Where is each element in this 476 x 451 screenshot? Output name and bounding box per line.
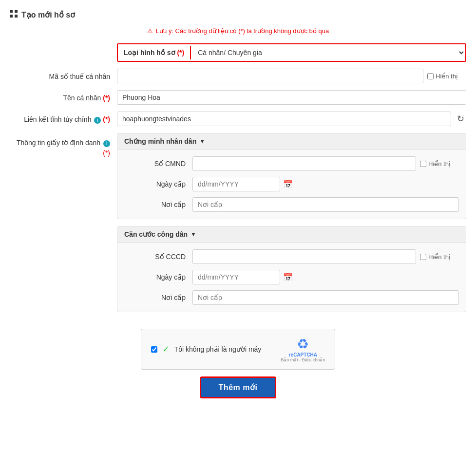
lien-ket-row: Liên kết tĩnh tùy chỉnh i (*) ↻ [10,112,466,126]
cmnd-ngay-cap-label: Ngày cấp [124,180,192,188]
cccd-ngay-cap-field: 📅 [192,270,459,284]
lien-ket-info-icon[interactable]: i [94,117,101,124]
lien-ket-field: ↻ [117,112,466,126]
svg-rect-3 [15,15,18,18]
submit-button[interactable]: Thêm mới [200,376,277,398]
loai-hinh-select[interactable]: Cá nhân/ Chuyên gia Tổ chức/ Doanh nghiệ… [191,44,465,61]
lien-ket-label: Liên kết tĩnh tùy chỉnh i (*) [10,112,117,125]
form-section: Loại hình hồ sơ (*) Cá nhân/ Chuyên gia … [10,43,466,319]
so-cmnd-label: Số CMND [124,160,192,168]
thong-tin-row: Thông tin giấy tờ định danh i (*) Chứng … [10,133,466,319]
so-cmnd-row: Số CMND Hiển thị [124,156,459,171]
so-cmnd-checkbox[interactable] [420,161,426,167]
cccd-chevron-icon: ▼ [190,231,196,238]
so-cmnd-wrap: Hiển thị [192,156,459,171]
captcha-box: ✓ Tôi không phải là người máy ♻ reCAPTCH… [141,329,336,370]
cmnd-calendar-icon[interactable]: 📅 [283,180,293,189]
thong-tin-field: Chứng minh nhân dân ▼ Số CMND [117,133,466,319]
cccd-noi-cap-row: Nơi cấp [124,290,459,305]
thong-tin-info-icon[interactable]: i [103,140,110,147]
submit-section: Thêm mới [10,376,466,398]
recaptcha-logo: ♻ reCAPTCHA Bảo mật - Điều khoản [281,336,325,362]
cccd-header[interactable]: Căn cước công dân ▼ [117,226,466,243]
captcha-section: ✓ Tôi không phải là người máy ♻ reCAPTCH… [10,329,466,370]
svg-rect-0 [10,10,13,13]
cmnd-ngay-cap-field: 📅 [192,177,459,191]
so-cmnd-field: Hiển thị [192,156,459,171]
ma-so-thue-input[interactable] [117,69,423,83]
cmnd-ngay-cap-row: Ngày cấp 📅 [124,177,459,191]
cmnd-header[interactable]: Chứng minh nhân dân ▼ [117,133,466,150]
so-cmnd-input[interactable] [192,156,416,171]
ma-so-thue-show-label[interactable]: Hiển thị [427,73,466,80]
warning-bar: ⚠ Lưu ý: Các trường dữ liệu có (*) là tr… [10,27,466,35]
cmnd-noi-cap-label: Nơi cấp [124,201,192,208]
refresh-button[interactable]: ↻ [455,112,466,126]
so-cccd-row: Số CCCD Hiển thị [124,249,459,264]
page-wrapper: Tạo mới hồ sơ ⚠ Lưu ý: Các trường dữ liệ… [0,0,476,451]
cmnd-body: Số CMND Hiển thị [117,150,466,219]
captcha-checkbox[interactable] [151,346,157,353]
ma-so-thue-wrap: Hiển thị [117,69,466,83]
cmnd-noi-cap-row: Nơi cấp [124,197,459,212]
lien-ket-wrap: ↻ [117,112,466,126]
so-cccd-field: Hiển thị [192,249,459,264]
so-cccd-wrap: Hiển thị [192,249,459,264]
cmnd-section: Chứng minh nhân dân ▼ Số CMND [117,133,466,219]
so-cccd-show-label[interactable]: Hiển thị [420,253,459,261]
so-cccd-input[interactable] [192,249,416,264]
cccd-noi-cap-field [192,290,459,305]
cccd-section: Căn cước công dân ▼ Số CCCD [117,226,466,312]
cccd-date-wrap: 📅 [192,270,459,284]
captcha-check: ✓ Tôi không phải là người máy [151,344,262,355]
ma-so-thue-field: Hiển thị [117,69,466,83]
loai-hinh-label-box: Loại hình hồ sơ (*) [118,46,191,59]
cmnd-chevron-icon: ▼ [199,138,205,145]
cccd-noi-cap-input[interactable] [192,290,459,305]
cccd-calendar-icon[interactable]: 📅 [283,273,293,282]
so-cmnd-show-label[interactable]: Hiển thị [420,160,459,168]
svg-rect-2 [10,15,13,18]
svg-rect-1 [15,10,18,13]
so-cccd-checkbox[interactable] [420,254,426,260]
lien-ket-input[interactable] [117,112,451,126]
cmnd-noi-cap-input[interactable] [192,197,459,212]
cmnd-date-wrap: 📅 [192,177,459,191]
cmnd-date-input[interactable] [192,177,280,191]
loai-hinh-wrapper: Loại hình hồ sơ (*) Cá nhân/ Chuyên gia … [117,43,466,62]
ten-ca-nhan-input[interactable] [117,90,466,105]
ten-ca-nhan-label: Tên cá nhân (*) [10,90,117,103]
cccd-body: Số CCCD Hiển thị [117,243,466,312]
recaptcha-icon: ♻ [297,336,309,352]
ten-ca-nhan-row: Tên cá nhân (*) [10,90,466,105]
loai-hinh-row: Loại hình hồ sơ (*) Cá nhân/ Chuyên gia … [10,43,466,62]
cmnd-noi-cap-field [192,197,459,212]
page-title: Tạo mới hồ sơ [10,10,466,19]
ten-ca-nhan-field [117,90,466,105]
so-cccd-label: Số CCCD [124,253,192,261]
captcha-check-icon: ✓ [162,344,170,355]
warning-icon: ⚠ [147,27,153,35]
cccd-date-input[interactable] [192,270,280,284]
ma-so-thue-row: Mã số thuế cá nhân Hiển thị [10,69,466,83]
cccd-ngay-cap-row: Ngày cấp 📅 [124,270,459,284]
cccd-ngay-cap-label: Ngày cấp [124,273,192,281]
thong-tin-label: Thông tin giấy tờ định danh i (*) [10,133,117,158]
ma-so-thue-checkbox[interactable] [427,73,434,79]
ma-so-thue-label: Mã số thuế cá nhân [10,69,117,82]
grid-icon [10,10,18,19]
cccd-noi-cap-label: Nơi cấp [124,294,192,301]
